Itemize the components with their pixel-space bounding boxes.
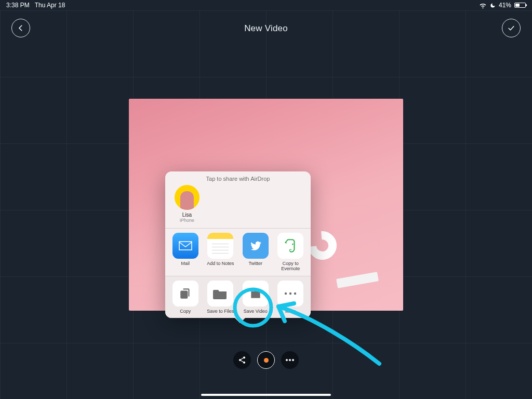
current-page-indicator[interactable] [257,351,275,369]
svg-point-6 [286,359,288,361]
header: New Video [0,10,532,47]
more-button[interactable] [281,351,299,369]
status-date: Thu Apr 18 [35,2,65,9]
folder-icon [207,281,233,307]
status-bar: 3:38 PM Thu Apr 18 41% [0,0,532,10]
status-time: 3:38 PM [6,2,30,9]
app-twitter[interactable]: Twitter [238,233,273,272]
svg-point-5 [243,362,245,364]
save-video-icon [243,281,269,307]
svg-point-8 [292,359,294,361]
confirm-button[interactable] [502,19,521,37]
notes-icon [207,233,233,259]
app-label: Copy to Evernote [274,261,308,272]
airdrop-row: Lisa iPhone [165,185,311,228]
share-button[interactable] [233,351,251,369]
app-label: Add to Notes [204,261,238,266]
battery-pct: 41% [499,2,511,9]
more-icon [277,281,303,307]
battery-icon [514,3,526,8]
action-label: Copy [168,309,203,314]
copy-icon [172,281,198,307]
mail-icon [172,233,198,259]
svg-point-3 [239,359,241,361]
app-label: Twitter [238,261,273,266]
home-indicator[interactable] [201,394,331,396]
apps-row: Mail Add to Notes Twitter Copy to Everno… [165,229,311,276]
airdrop-hint: Tap to share with AirDrop [165,171,311,185]
action-label: Save to Files [204,309,238,314]
bottom-toolbar [0,351,532,369]
svg-point-4 [243,356,245,358]
page-title: New Video [244,23,288,34]
action-label: More [274,309,308,314]
evernote-icon [277,233,303,259]
svg-point-0 [285,292,287,294]
action-save-video[interactable]: Save Video [238,281,273,314]
svg-point-2 [294,292,296,294]
contact-name: Lisa [171,212,203,218]
action-copy[interactable]: Copy [168,281,203,314]
contact-device: iPhone [171,218,203,223]
svg-point-7 [289,359,291,361]
action-more[interactable]: More [274,281,308,314]
app-evernote[interactable]: Copy to Evernote [274,233,308,272]
back-button[interactable] [11,19,30,37]
app-notes[interactable]: Add to Notes [204,233,238,272]
svg-point-1 [289,292,291,294]
wifi-icon [479,3,487,8]
share-sheet: Tap to share with AirDrop Lisa iPhone Ma… [165,171,311,318]
action-save-to-files[interactable]: Save to Files [204,281,238,314]
action-label: Save Video [238,309,273,314]
app-label: Mail [168,261,203,266]
canvas-grid: New Video Tap to share with AirDrop Lisa… [0,10,532,399]
shape-bar [336,272,379,288]
moon-icon [490,3,496,8]
avatar [175,185,200,210]
actions-row: Copy Save to Files Save Video More [165,276,311,318]
airdrop-contact[interactable]: Lisa iPhone [171,185,203,223]
app-mail[interactable]: Mail [168,233,203,272]
twitter-icon [243,233,269,259]
